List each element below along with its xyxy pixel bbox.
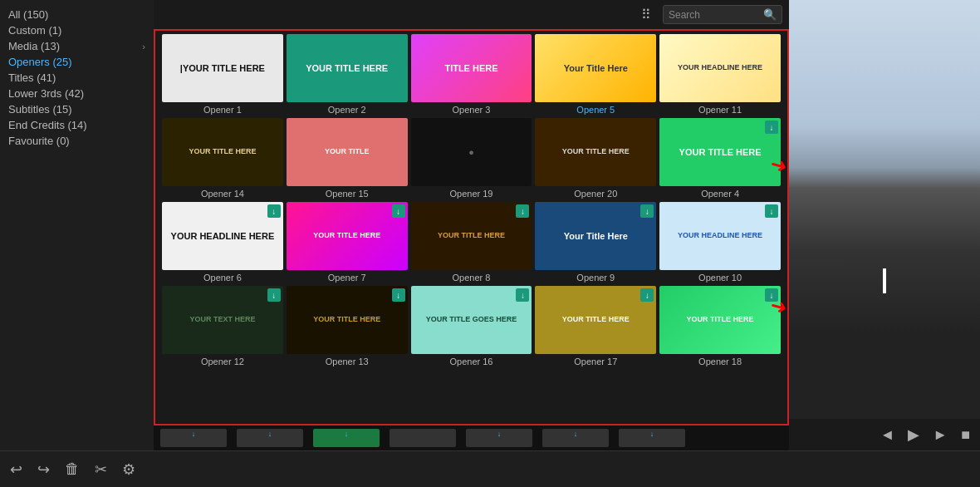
template-label: Opener 15	[326, 189, 369, 199]
sidebar-item-subtitles[interactable]: Subtitles (15)	[8, 101, 145, 117]
template-item-opener6[interactable]: ↓YOUR HEADLINE HEREOpener 6	[162, 202, 283, 283]
template-item-opener20[interactable]: YOUR TITLE HEREOpener 20	[535, 118, 656, 199]
strip-item[interactable]: ↓	[619, 429, 685, 447]
template-thumb-text: YOUR TITLE HERE	[434, 228, 508, 244]
trash-button[interactable]: 🗑	[65, 460, 80, 478]
strip-item[interactable]: ↓	[313, 429, 380, 447]
sidebar-item-lower3rds[interactable]: Lower 3rds (42)	[8, 86, 145, 101]
template-item-opener2[interactable]: YOUR TITLE HEREOpener 2	[287, 34, 408, 115]
template-thumb-text: YOUR TITLE	[321, 144, 373, 160]
template-thumb: TITLE HERE	[411, 34, 532, 102]
cut-button[interactable]: ✂	[95, 460, 107, 479]
sidebar-item-label: Custom (1)	[8, 24, 61, 37]
sidebar-item-all[interactable]: All (150)	[8, 7, 145, 22]
strip-item[interactable]: ↓	[160, 429, 227, 447]
template-label: Opener 17	[574, 357, 617, 366]
download-badge: ↓	[267, 204, 281, 218]
template-thumb-text: YOUR HEADLINE HERE	[166, 225, 280, 247]
template-item-opener1[interactable]: |YOUR TITLE HEREOpener 1	[162, 34, 283, 115]
template-label: Opener 5	[576, 105, 615, 115]
template-label: Opener 4	[701, 189, 739, 199]
template-thumb-text: Your Title Here	[559, 225, 633, 247]
template-item-opener11[interactable]: YOUR HEADLINE HEREOpener 11	[659, 34, 781, 115]
template-item-opener16[interactable]: ↓YOUR TITLE GOES HEREOpener 16	[411, 286, 532, 366]
template-label: Opener 13	[326, 357, 369, 366]
template-label: Opener 12	[201, 357, 244, 366]
template-label: Opener 1	[203, 105, 242, 115]
template-item-opener17[interactable]: ↓YOUR TITLE HEREOpener 17	[535, 286, 656, 366]
strip-item[interactable]: ↓	[542, 429, 609, 447]
template-thumb: YOUR TITLE HERE	[162, 118, 283, 186]
template-item-opener14[interactable]: YOUR TITLE HEREOpener 14	[162, 118, 283, 199]
template-label: Opener 8	[453, 273, 491, 283]
template-label: Opener 9	[576, 273, 615, 283]
template-thumb-text: YOUR TITLE HERE	[310, 312, 384, 328]
download-badge: ↓	[516, 288, 529, 302]
template-item-opener5[interactable]: Your Title HereOpener 5	[535, 34, 656, 115]
template-thumb-text: YOUR TITLE HERE	[310, 228, 384, 244]
template-item-opener15[interactable]: YOUR TITLEOpener 15	[287, 118, 408, 199]
main-panel: ⠿ 🔍 |YOUR TITLE HEREOpener 1YOUR TITLE H…	[154, 0, 789, 450]
sidebar-item-favourite[interactable]: Favourite (0)	[8, 133, 145, 149]
chevron-right-icon: ›	[142, 42, 145, 52]
grid-view-button[interactable]: ⠿	[636, 5, 656, 24]
download-badge: ↓	[765, 288, 778, 302]
download-badge: ↓	[267, 288, 281, 302]
sidebar-item-label: Favourite (0)	[8, 135, 70, 147]
search-box: 🔍	[663, 5, 782, 24]
sidebar-item-titles[interactable]: Titles (41)	[8, 70, 145, 86]
download-strip-icon: ↓	[574, 430, 578, 438]
redo-button[interactable]: ↪	[37, 460, 50, 479]
template-thumb-text: YOUR HEADLINE HERE	[674, 60, 766, 76]
download-strip-icon: ↓	[268, 430, 272, 438]
template-thumb: ↓YOUR TITLE GOES HERE	[411, 286, 532, 354]
sidebar-item-label: Media (13)	[8, 40, 60, 52]
template-thumb: ↓YOUR TITLE HERE	[287, 202, 408, 270]
strip-item[interactable]: ↓	[237, 429, 303, 447]
sidebar-item-custom[interactable]: Custom (1)	[8, 22, 145, 38]
download-badge: ↓	[640, 288, 654, 302]
sidebar-item-label: Subtitles (15)	[8, 103, 72, 116]
template-item-opener13[interactable]: ↓YOUR TITLE HEREOpener 13	[287, 286, 408, 366]
road-line	[883, 268, 886, 293]
template-item-opener8[interactable]: ↓YOUR TITLE HEREOpener 8	[411, 202, 532, 283]
download-badge: ↓	[765, 121, 778, 134]
template-thumb: ↓YOUR TITLE HERE	[411, 202, 532, 270]
strip-item[interactable]: ↓	[466, 429, 532, 447]
template-item-opener4[interactable]: ↓YOUR TITLE HEREOpener 4	[659, 118, 781, 199]
template-label: Opener 3	[453, 105, 491, 115]
sidebar-item-label: Titles (41)	[8, 71, 56, 84]
search-icon: 🔍	[763, 8, 777, 21]
template-item-opener7[interactable]: ↓YOUR TITLE HEREOpener 7	[287, 202, 408, 283]
stop-button[interactable]: ■	[958, 425, 973, 445]
template-item-opener19[interactable]: ●Opener 19	[411, 118, 532, 199]
template-thumb: Your Title Here	[535, 34, 656, 102]
template-item-opener3[interactable]: TITLE HEREOpener 3	[411, 34, 532, 115]
search-input[interactable]	[669, 9, 760, 21]
sidebar-item-media[interactable]: Media (13)›	[8, 38, 145, 54]
download-badge: ↓	[392, 204, 405, 218]
next-button[interactable]: ►	[929, 425, 951, 445]
sidebar-item-endcredits[interactable]: End Credits (14)	[8, 117, 145, 133]
play-button[interactable]: ▶	[904, 424, 923, 445]
settings-button[interactable]: ⚙	[122, 460, 135, 479]
template-label: Opener 10	[698, 273, 742, 283]
top-bar: ⠿ 🔍	[154, 0, 789, 29]
bottom-strip: ↓↓↓↓↓↓	[154, 426, 789, 450]
template-thumb-text: YOUR TITLE HERE	[674, 141, 767, 163]
strip-item[interactable]	[390, 429, 456, 447]
template-label: Opener 14	[201, 189, 244, 199]
template-item-opener18[interactable]: ↓YOUR TITLE HEREOpener 18	[659, 286, 781, 366]
template-item-opener9[interactable]: ↓Your Title HereOpener 9	[535, 202, 656, 283]
bottom-toolbar: ↩ ↪ 🗑 ✂ ⚙	[0, 450, 980, 487]
prev-button[interactable]: ◄	[876, 425, 898, 445]
download-badge: ↓	[392, 288, 405, 302]
template-thumb: ↓YOUR TITLE HERE	[287, 286, 408, 354]
download-strip-icon: ↓	[497, 430, 502, 438]
undo-button[interactable]: ↩	[10, 460, 22, 479]
sidebar-item-openers[interactable]: Openers (25)	[8, 54, 145, 70]
template-item-opener12[interactable]: ↓YOUR TEXT HEREOpener 12	[162, 286, 283, 366]
template-label: Opener 7	[328, 273, 366, 283]
template-item-opener10[interactable]: ↓YOUR HEADLINE HEREOpener 10	[659, 202, 781, 283]
road-scene	[789, 0, 980, 419]
